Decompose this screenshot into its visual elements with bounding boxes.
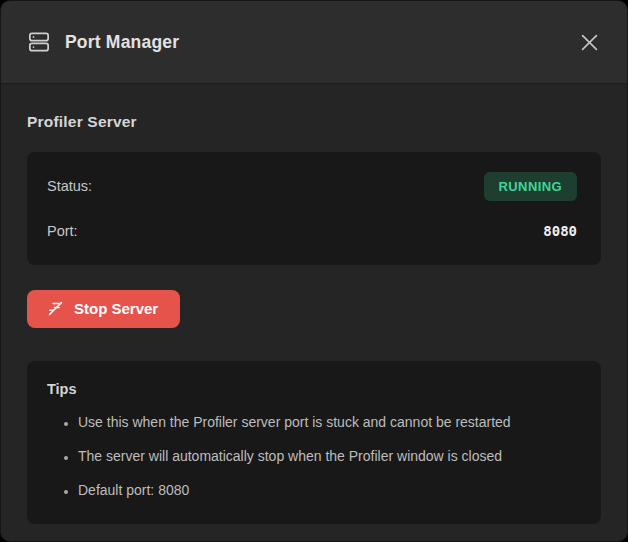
dialog-body: Profiler Server Status: RUNNING Port: 80… [1, 84, 627, 541]
port-row: Port: 8080 [47, 216, 577, 246]
window-title: Port Manager [65, 32, 179, 53]
tips-panel: Tips Use this when the Profiler server p… [27, 361, 601, 524]
status-panel: Status: RUNNING Port: 8080 [27, 152, 601, 265]
status-badge: RUNNING [484, 172, 577, 201]
status-label: Status: [47, 178, 92, 194]
titlebar: Port Manager [1, 1, 627, 84]
tips-heading: Tips [47, 381, 581, 397]
port-value: 8080 [543, 223, 577, 239]
close-button[interactable] [573, 26, 605, 58]
port-manager-dialog: Port Manager Profiler Server Status: RUN… [0, 0, 628, 542]
server-off-icon [47, 300, 64, 317]
tip-item: The server will automatically stop when … [78, 446, 581, 467]
tip-item: Default port: 8080 [78, 480, 581, 501]
tips-list: Use this when the Profiler server port i… [47, 412, 581, 501]
stop-server-button[interactable]: Stop Server [27, 290, 180, 328]
stop-server-label: Stop Server [74, 300, 158, 317]
section-heading: Profiler Server [27, 113, 601, 131]
tip-item: Use this when the Profiler server port i… [78, 412, 581, 433]
status-row: Status: RUNNING [47, 171, 577, 201]
port-label: Port: [47, 223, 78, 239]
close-icon [581, 34, 598, 51]
server-icon [28, 31, 50, 53]
